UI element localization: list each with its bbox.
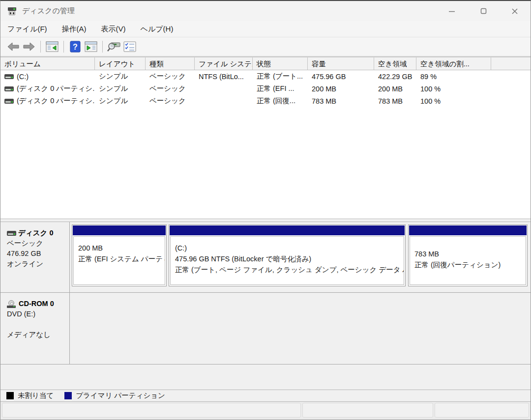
cdrom-icon <box>7 300 17 308</box>
column-header-layout[interactable]: レイアウト <box>95 57 146 70</box>
graph-pane-filler <box>0 364 531 390</box>
show-console-tree-icon[interactable] <box>44 39 60 54</box>
partition-efi[interactable]: 200 MB 正常 (EFI システム パーティ <box>72 224 167 286</box>
legend-swatch-primary <box>64 392 72 399</box>
volume-name: (C:) <box>17 73 29 81</box>
volume-icon <box>4 74 14 79</box>
column-header-status[interactable]: 状態 <box>253 57 308 70</box>
partition-drive-letter: (C:) <box>175 243 404 253</box>
column-header-free[interactable]: 空き領域 <box>374 57 416 70</box>
volume-status: 正常 (ブート... <box>253 72 308 81</box>
column-header-type[interactable]: 種類 <box>146 57 195 70</box>
column-header-capacity[interactable]: 容量 <box>308 57 374 70</box>
table-row[interactable]: (ディスク 0 パーティシ... シンプル ベーシック 正常 (回復... 78… <box>0 95 531 107</box>
toolbar: ? <box>0 37 531 57</box>
volume-free-pct: 89 % <box>416 73 491 81</box>
partition-color-strip <box>170 225 405 235</box>
title-bar: ディスクの管理 <box>0 1 531 21</box>
table-row[interactable]: (C:) シンプル ベーシック NTFS (BitLo... 正常 (ブート..… <box>0 70 531 83</box>
volume-type: ベーシック <box>146 96 195 106</box>
status-bar-section <box>435 403 529 418</box>
disk-icon <box>7 231 16 236</box>
column-header-filesystem[interactable]: ファイル システム <box>195 57 253 70</box>
menu-file[interactable]: ファイル(F) <box>7 23 53 36</box>
cdrom-0-row: CD-ROM 0 DVD (E:) メディアなし <box>0 293 531 364</box>
menu-bar: ファイル(F) 操作(A) 表示(V) ヘルプ(H) <box>0 21 531 37</box>
column-header-volume[interactable]: ボリューム <box>0 57 95 70</box>
legend-label-unallocated: 未割り当て <box>18 391 54 400</box>
close-button[interactable] <box>499 1 531 21</box>
volume-type: ベーシック <box>146 84 195 93</box>
volume-icon <box>4 99 14 104</box>
table-row[interactable]: (ディスク 0 パーティシ... シンプル ベーシック 正常 (EFI ... … <box>0 83 531 95</box>
graphical-view-pane: ディスク 0 ベーシック 476.92 GB オンライン 200 MB 正常 (… <box>0 222 531 402</box>
legend-label-primary: プライマリ パーティション <box>76 391 165 400</box>
disk-type: ベーシック <box>7 238 65 249</box>
disk-name: ディスク 0 <box>18 228 53 238</box>
menu-action[interactable]: 操作(A) <box>62 23 92 36</box>
forward-icon[interactable] <box>21 39 37 54</box>
status-bar-section <box>302 403 433 418</box>
disk-management-app-icon <box>7 7 17 16</box>
volume-free: 783 MB <box>374 97 416 105</box>
rescan-disks-icon[interactable] <box>106 39 122 54</box>
show-action-pane-icon[interactable] <box>83 39 99 54</box>
cdrom-0-track <box>70 293 531 364</box>
partition-size: 783 MB <box>414 249 526 259</box>
volume-filesystem: NTFS (BitLo... <box>195 73 253 81</box>
back-icon[interactable] <box>5 39 21 54</box>
partition-status: 正常 (ブート, ページ ファイル, クラッシュ ダンプ, ベーシック データ … <box>175 264 404 275</box>
partition-c[interactable]: (C:) 475.96 GB NTFS (BitLocker で暗号化済み) 正… <box>169 224 406 286</box>
volume-capacity: 200 MB <box>308 85 374 93</box>
help-icon[interactable]: ? <box>67 39 83 54</box>
partition-color-strip <box>73 225 166 235</box>
partition-status: 正常 (EFI システム パーティ <box>78 253 165 264</box>
volume-type: ベーシック <box>146 72 195 81</box>
disk-0-partition-track: 200 MB 正常 (EFI システム パーティ (C:) 475.96 GB … <box>70 222 531 293</box>
volume-list-pane: ボリューム レイアウト 種類 ファイル システム 状態 容量 空き領域 空き領域… <box>0 57 531 219</box>
volume-layout: シンプル <box>95 84 146 93</box>
disk-0-label-panel[interactable]: ディスク 0 ベーシック 476.92 GB オンライン <box>0 222 70 293</box>
properties-icon[interactable] <box>122 39 138 54</box>
volume-layout: シンプル <box>95 96 146 106</box>
volume-free-pct: 100 % <box>416 85 491 93</box>
partition-recovery[interactable]: 783 MB 正常 (回復パーティション) <box>408 224 528 286</box>
legend-bar: 未割り当て プライマリ パーティション <box>0 390 531 402</box>
status-bar-section <box>2 403 301 418</box>
volume-status: 正常 (EFI ... <box>253 84 308 93</box>
legend-swatch-unallocated <box>6 392 14 399</box>
cdrom-media-status: メディアなし <box>7 330 65 340</box>
disk-0-row: ディスク 0 ベーシック 476.92 GB オンライン 200 MB 正常 (… <box>0 222 531 293</box>
volume-table-header: ボリューム レイアウト 種類 ファイル システム 状態 容量 空き領域 空き領域… <box>0 57 531 70</box>
partition-size: 200 MB <box>78 243 165 253</box>
volume-free: 200 MB <box>374 85 416 93</box>
cdrom-name: CD-ROM 0 <box>19 299 54 309</box>
partition-color-strip <box>409 225 527 235</box>
status-bar <box>0 402 531 420</box>
partition-size: 475.96 GB NTFS (BitLocker で暗号化済み) <box>175 253 404 264</box>
window-title: ディスクの管理 <box>22 6 75 16</box>
cdrom-0-label-panel[interactable]: CD-ROM 0 DVD (E:) メディアなし <box>0 293 70 364</box>
disk-size: 476.92 GB <box>7 249 65 259</box>
menu-help[interactable]: ヘルプ(H) <box>141 23 179 36</box>
menu-view[interactable]: 表示(V) <box>101 23 132 36</box>
column-header-free-pct[interactable]: 空き領域の割... <box>416 57 491 70</box>
volume-free: 422.29 GB <box>374 73 416 81</box>
volume-capacity: 783 MB <box>308 97 374 105</box>
volume-status: 正常 (回復... <box>253 96 308 106</box>
cdrom-drive-letter: DVD (E:) <box>7 309 65 319</box>
partition-status: 正常 (回復パーティション) <box>414 259 526 270</box>
volume-layout: シンプル <box>95 72 146 81</box>
svg-text:?: ? <box>73 43 78 51</box>
disk-status: オンライン <box>7 259 65 269</box>
volume-free-pct: 100 % <box>416 97 491 105</box>
volume-capacity: 475.96 GB <box>308 73 374 81</box>
volume-icon <box>4 86 14 91</box>
minimize-button[interactable] <box>436 1 468 21</box>
volume-name: (ディスク 0 パーティシ... <box>17 96 95 106</box>
disk-management-window: ディスクの管理 ファイル(F) 操作(A) 表示(V) ヘルプ(H) <box>0 0 531 420</box>
volume-name: (ディスク 0 パーティシ... <box>17 84 95 93</box>
maximize-button[interactable] <box>468 1 499 21</box>
